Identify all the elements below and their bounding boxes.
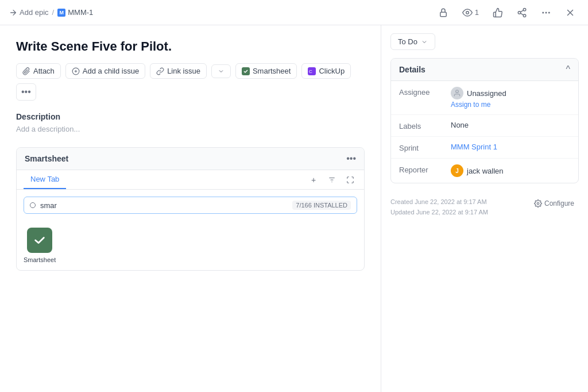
- lock-button[interactable]: [435, 5, 452, 20]
- status-button[interactable]: To Do: [390, 33, 435, 50]
- svg-point-1: [466, 11, 469, 14]
- reporter-name: jack wallen: [467, 167, 504, 175]
- smartsheet-section-title: Smartsheet: [25, 154, 68, 163]
- smartsheet-toolbar-icon: [242, 67, 250, 75]
- created-timestamp: Created June 22, 2022 at 9:17 AM: [390, 197, 488, 207]
- left-panel: Write Scene Five for Pilot. Attach Add a…: [0, 25, 381, 392]
- svg-point-19: [456, 90, 459, 93]
- toolbar-more-button[interactable]: •••: [16, 83, 36, 101]
- smartsheet-app-item[interactable]: Smartsheet: [24, 228, 56, 263]
- assignee-info: Unassigned: [451, 87, 570, 99]
- labels-label: Labels: [399, 121, 451, 130]
- svg-point-20: [537, 202, 539, 205]
- assignee-name: Unassigned: [467, 89, 506, 98]
- svg-point-8: [549, 12, 550, 13]
- reporter-avatar: J: [451, 164, 463, 177]
- attach-label: Attach: [33, 67, 55, 75]
- assignee-value: Unassigned Assign to me: [451, 87, 570, 109]
- add-child-issue-button[interactable]: Add a child issue: [65, 63, 145, 79]
- more-options-button[interactable]: [537, 5, 555, 20]
- breadcrumb-epic-label: Add epic: [20, 8, 49, 17]
- smartsheet-app-label: Smartsheet: [24, 256, 56, 263]
- timestamps: Created June 22, 2022 at 9:17 AM Updated…: [381, 190, 588, 224]
- sprint-row: Sprint MMM Sprint 1: [391, 137, 578, 159]
- svg-line-5: [520, 13, 523, 15]
- svg-line-6: [520, 10, 523, 11]
- description-placeholder[interactable]: Add a description...: [16, 125, 365, 133]
- gear-icon: [534, 199, 542, 207]
- attach-button[interactable]: Attach: [16, 63, 61, 79]
- tabs-bar: New Tab +: [17, 170, 364, 190]
- add-child-label: Add a child issue: [83, 67, 139, 75]
- new-tab[interactable]: New Tab: [24, 170, 66, 189]
- description-section-title: Description: [16, 112, 365, 121]
- like-button[interactable]: [489, 5, 506, 20]
- breadcrumb-issue[interactable]: M MMM-1: [57, 8, 93, 17]
- chevron-down-icon: [421, 39, 428, 45]
- expand-tab-button[interactable]: [343, 173, 357, 187]
- assignee-avatar: [451, 87, 463, 99]
- labels-value: None: [451, 121, 570, 129]
- search-circle-icon: [30, 202, 36, 208]
- watch-button[interactable]: 1: [459, 5, 482, 20]
- svg-rect-0: [440, 12, 447, 17]
- details-panel: Details ^ Assignee Unassigned: [390, 58, 579, 183]
- smartsheet-app-icon: [27, 228, 52, 253]
- svg-point-9: [543, 12, 544, 13]
- svg-point-7: [546, 12, 547, 13]
- breadcrumb: Add epic / M MMM-1: [9, 8, 93, 17]
- page-title: Write Scene Five for Pilot.: [16, 39, 365, 54]
- close-button[interactable]: [562, 5, 579, 20]
- smartsheet-more-button[interactable]: •••: [346, 153, 356, 164]
- reporter-label: Reporter: [399, 164, 451, 174]
- top-bar: Add epic / M MMM-1 1: [0, 0, 588, 25]
- toolbar: Attach Add a child issue Link issue: [16, 63, 365, 101]
- watch-count: 1: [475, 8, 479, 17]
- details-collapse-button[interactable]: ^: [566, 64, 570, 75]
- updated-timestamp: Updated June 22, 2022 at 9:17 AM: [390, 207, 488, 218]
- add-tab-button[interactable]: +: [307, 173, 320, 187]
- link-issue-label: Link issue: [167, 67, 200, 75]
- clickup-icon: C: [308, 67, 316, 75]
- tabs-actions: +: [307, 173, 357, 187]
- clickup-label: ClickUp: [319, 67, 345, 75]
- breadcrumb-epic[interactable]: Add epic: [9, 8, 49, 17]
- assignee-label: Assignee: [399, 87, 451, 97]
- sprint-label: Sprint: [399, 143, 451, 152]
- search-area: 7/166 INSTALLED: [17, 190, 364, 221]
- smartsheet-section: Smartsheet ••• New Tab +: [16, 147, 365, 271]
- smartsheet-button[interactable]: Smartsheet: [235, 63, 297, 79]
- assign-me-link[interactable]: Assign to me: [451, 101, 570, 109]
- timestamp-text: Created June 22, 2022 at 9:17 AM Updated…: [390, 197, 488, 217]
- sprint-value[interactable]: MMM Sprint 1: [451, 143, 570, 151]
- installed-badge: 7/166 INSTALLED: [292, 201, 351, 210]
- svg-text:C: C: [309, 69, 312, 74]
- filter-tab-button[interactable]: [325, 173, 339, 187]
- configure-label: Configure: [544, 199, 574, 207]
- status-label: To Do: [398, 37, 417, 46]
- breadcrumb-separator: /: [52, 8, 55, 17]
- configure-button[interactable]: Configure: [529, 197, 579, 210]
- reporter-value-container: J jack wallen: [451, 164, 570, 177]
- reporter-info: J jack wallen: [451, 164, 570, 177]
- right-panel: To Do Details ^ Assignee: [381, 25, 588, 392]
- attach-icon: [22, 67, 30, 75]
- smartsheet-label: Smartsheet: [253, 67, 291, 75]
- toolbar-dropdown-button[interactable]: [211, 64, 231, 78]
- link-icon: [156, 67, 164, 75]
- assignee-row: Assignee Unassigned Assign to me: [391, 81, 578, 115]
- labels-row: Labels None: [391, 115, 578, 137]
- breadcrumb-issue-id: MMM-1: [68, 8, 93, 17]
- issue-icon: M: [57, 9, 65, 17]
- clickup-button[interactable]: C ClickUp: [301, 63, 351, 79]
- reporter-row: Reporter J jack wallen: [391, 159, 578, 183]
- apps-grid: Smartsheet: [17, 221, 364, 270]
- link-issue-button[interactable]: Link issue: [150, 63, 207, 79]
- smartsheet-section-header: Smartsheet •••: [17, 148, 364, 170]
- top-actions: 1: [435, 5, 579, 20]
- main-layout: Write Scene Five for Pilot. Attach Add a…: [0, 25, 588, 392]
- app-search-input[interactable]: [40, 201, 292, 210]
- details-header: Details ^: [391, 59, 578, 81]
- search-box: 7/166 INSTALLED: [24, 197, 357, 214]
- share-button[interactable]: [513, 5, 531, 20]
